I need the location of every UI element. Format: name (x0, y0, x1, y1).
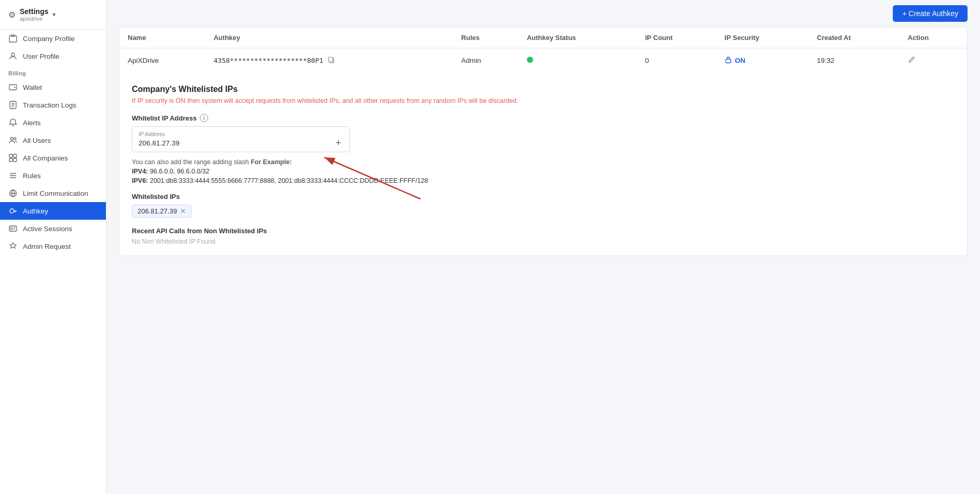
chevron-down-icon: ▾ (52, 11, 56, 18)
whitelist-info: If IP security is ON then system will ac… (132, 97, 955, 104)
svg-rect-30 (329, 57, 333, 62)
ip-address-input[interactable] (139, 139, 328, 147)
globe-icon (8, 189, 18, 198)
sidebar-item-authkey-label: Authkey (23, 207, 48, 215)
active-sessions-icon (8, 224, 18, 233)
sidebar-item-rules[interactable]: Rules (0, 167, 106, 184)
sidebar-item-user-profile-label: User Profile (23, 52, 60, 60)
ip-input-wrap: IP Address + (132, 126, 350, 152)
sidebar-item-active-sessions[interactable]: Active Sessions (0, 220, 106, 237)
sidebar-item-transaction-logs-label: Transaction Logs (23, 101, 76, 109)
copy-icon[interactable] (328, 56, 335, 65)
svg-point-10 (14, 138, 16, 140)
wallet-icon (8, 83, 18, 92)
col-ip-count: IP Count (637, 28, 716, 48)
key-icon (8, 206, 18, 216)
ip-tag: 206.81.27.39 ✕ (132, 205, 192, 218)
sidebar-item-active-sessions-label: Active Sessions (23, 225, 72, 233)
ip-tag-remove-button[interactable]: ✕ (180, 207, 186, 215)
hint-bold: For Example: (251, 158, 292, 166)
create-authkey-button[interactable]: + Create Authkey (893, 5, 968, 22)
svg-rect-11 (9, 154, 12, 157)
row-name: ApiXDrive (119, 48, 205, 73)
main-area: + Create Authkey Name Authkey Rules Auth… (106, 0, 980, 494)
svg-rect-31 (726, 59, 731, 63)
billing-section-label: Billing (0, 65, 106, 78)
sidebar-item-limit-communication[interactable]: Limit Communication (0, 184, 106, 202)
authkey-card: Name Authkey Rules Authkey Status IP Cou… (119, 27, 968, 256)
hint-text: You can also add the range adding slash … (132, 158, 955, 166)
row-created-at: 19:32 (809, 48, 900, 73)
ipv6-label: IPV6: (132, 177, 148, 184)
sidebar-item-all-users-label: All Users (23, 137, 51, 144)
svg-rect-1 (11, 34, 15, 36)
whitelisted-ip-tags: 206.81.27.39 ✕ (132, 205, 955, 218)
row-authkey: 4358*******************80P1 (205, 48, 453, 73)
topbar: + Create Authkey (106, 0, 980, 27)
svg-point-26 (10, 228, 12, 230)
sidebar-item-all-users[interactable]: All Users (0, 131, 106, 149)
edit-icon[interactable] (908, 56, 916, 65)
whitelisted-ips-title: Whitelisted IPs (132, 193, 955, 201)
svg-point-9 (11, 138, 13, 140)
sidebar-item-rules-label: Rules (23, 172, 41, 180)
whitelist-title: Company's Whitelisted IPs (132, 85, 955, 94)
settings-subtitle: apixdrive (20, 16, 48, 22)
hint-ipv6: IPV6: 2001:db8:3333:4444:5555:6666:7777:… (132, 177, 955, 184)
col-rules: Rules (453, 28, 519, 48)
col-created-at: Created At (809, 28, 900, 48)
svg-rect-4 (14, 87, 16, 88)
sidebar-item-all-companies-label: All Companies (23, 154, 68, 162)
authkey-table-wrap: Name Authkey Rules Authkey Status IP Cou… (119, 28, 967, 72)
sidebar-item-authkey[interactable]: Authkey (0, 202, 106, 220)
col-ip-security: IP Security (716, 28, 809, 48)
admin-request-icon (8, 242, 18, 251)
gear-icon: ⚙ (8, 10, 16, 20)
sidebar-item-limit-communication-label: Limit Communication (23, 190, 88, 197)
row-ip-count: 0 (637, 48, 716, 73)
col-name: Name (119, 28, 205, 48)
col-authkey-status: Authkey Status (519, 28, 637, 48)
table-row: ApiXDrive 4358*******************80P1 Ad… (119, 48, 967, 73)
whitelist-section: Company's Whitelisted IPs If IP security… (119, 72, 967, 256)
sidebar-item-transaction-logs[interactable]: Transaction Logs (0, 96, 106, 114)
hint-ipv4: IPV4: 96.6.0.0, 96.6.0.0/32 (132, 168, 955, 175)
user-icon (8, 51, 18, 61)
sidebar-item-wallet-label: Wallet (23, 84, 42, 91)
sidebar-item-user-profile[interactable]: User Profile (0, 47, 106, 65)
sidebar-item-company-profile[interactable]: Company Profile (0, 30, 106, 47)
sidebar-item-admin-request[interactable]: Admin Request (0, 237, 106, 255)
col-authkey: Authkey (205, 28, 453, 48)
authkey-table: Name Authkey Rules Authkey Status IP Cou… (119, 28, 967, 72)
settings-header[interactable]: ⚙ Settings apixdrive ▾ (0, 0, 106, 30)
settings-title: Settings (20, 7, 48, 16)
all-companies-icon (8, 153, 18, 163)
transaction-logs-icon (8, 100, 18, 110)
content-area: Name Authkey Rules Authkey Status IP Cou… (106, 27, 980, 494)
add-ip-button[interactable]: + (333, 138, 343, 148)
ip-tag-value: 206.81.27.39 (138, 207, 177, 215)
ipv4-value: 96.6.0.0, 96.6.0.0/32 (150, 168, 210, 175)
row-ip-security: ON (716, 48, 809, 73)
sidebar-item-alerts[interactable]: Alerts (0, 114, 106, 131)
row-rules: Admin (453, 48, 519, 73)
sidebar-item-company-profile-label: Company Profile (23, 35, 75, 43)
ip-security-status: ON (735, 57, 745, 64)
lock-icon (725, 56, 732, 65)
ip-input-label: IP Address (139, 131, 343, 137)
status-dot (527, 57, 533, 63)
ipv4-label: IPV4: (132, 168, 148, 175)
svg-rect-0 (9, 36, 17, 42)
row-status (519, 48, 637, 73)
info-icon[interactable]: i (200, 114, 208, 122)
sidebar-item-wallet[interactable]: Wallet (0, 78, 106, 96)
sidebar-item-all-companies[interactable]: All Companies (0, 149, 106, 167)
company-icon (8, 34, 18, 43)
authkey-value: 4358*******************80P1 (213, 57, 323, 64)
svg-rect-12 (13, 154, 17, 157)
all-users-icon (8, 136, 18, 145)
col-action: Action (900, 28, 967, 48)
whitelist-ip-label: Whitelist IP Address i (132, 114, 955, 122)
svg-rect-13 (9, 158, 12, 162)
rules-icon (8, 171, 18, 180)
